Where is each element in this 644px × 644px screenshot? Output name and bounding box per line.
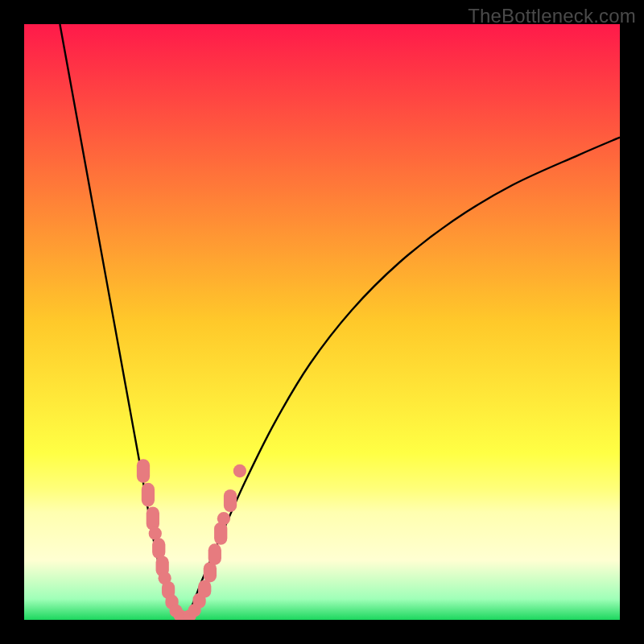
data-marker xyxy=(204,562,217,582)
chart-svg xyxy=(24,24,620,620)
data-marker xyxy=(233,464,246,477)
data-marker xyxy=(137,459,150,483)
data-marker xyxy=(198,580,211,597)
plot-area xyxy=(24,24,620,620)
data-marker xyxy=(224,489,237,512)
watermark-text: TheBottleneck.com xyxy=(468,5,636,27)
data-marker xyxy=(147,506,159,530)
data-marker xyxy=(142,483,155,507)
chart-frame: TheBottleneck.com xyxy=(0,0,644,644)
data-marker xyxy=(152,538,165,559)
data-marker xyxy=(217,512,230,525)
data-marker xyxy=(208,543,221,565)
data-marker xyxy=(214,522,227,545)
